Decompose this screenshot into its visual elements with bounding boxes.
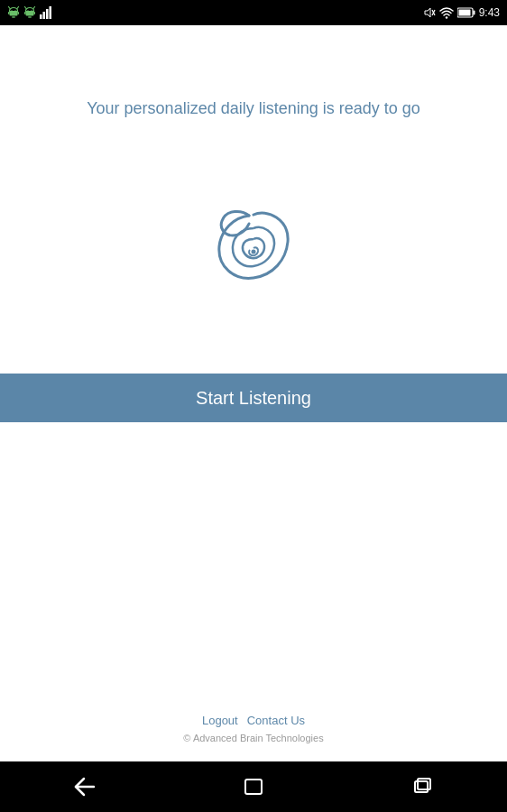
- status-bar: 9:43: [0, 0, 507, 25]
- svg-rect-18: [29, 16, 30, 18]
- svg-line-12: [33, 7, 35, 9]
- svg-line-1: [9, 7, 11, 9]
- svg-rect-20: [40, 14, 42, 19]
- battery-icon: [457, 7, 475, 18]
- svg-rect-9: [14, 16, 14, 18]
- main-content: Your personalized daily listening is rea…: [0, 25, 507, 346]
- android-icon-1: [7, 6, 20, 19]
- footer-links: Logout Contact Us: [202, 714, 305, 727]
- wifi-icon: [439, 6, 454, 19]
- svg-point-31: [252, 250, 256, 254]
- svg-rect-5: [10, 11, 18, 16]
- android-icon-2: [23, 6, 36, 19]
- start-listening-button[interactable]: Start Listening: [0, 374, 507, 422]
- svg-line-11: [25, 7, 27, 9]
- shell-icon: [208, 201, 299, 291]
- tagline-text: Your personalized daily listening is rea…: [51, 97, 456, 120]
- svg-rect-22: [46, 9, 49, 19]
- status-icons: [7, 6, 52, 19]
- svg-point-27: [445, 16, 447, 18]
- svg-rect-16: [24, 12, 26, 14]
- back-icon: [73, 777, 97, 797]
- svg-rect-30: [458, 10, 470, 16]
- logout-link[interactable]: Logout: [202, 714, 238, 727]
- svg-marker-24: [425, 8, 430, 17]
- time-display: 9:43: [479, 6, 500, 19]
- svg-rect-15: [26, 11, 34, 16]
- mute-icon: [423, 6, 436, 19]
- copyright-text: © Advanced Brain Technologies: [183, 733, 323, 743]
- home-button[interactable]: [226, 769, 281, 805]
- svg-rect-8: [13, 16, 14, 18]
- svg-line-2: [17, 7, 19, 9]
- footer-area: Logout Contact Us © Advanced Brain Techn…: [0, 422, 507, 761]
- svg-rect-29: [473, 11, 475, 15]
- status-right: 9:43: [423, 6, 500, 19]
- nav-bar: [0, 761, 507, 812]
- svg-rect-19: [30, 16, 31, 18]
- app-logo: [208, 201, 299, 291]
- back-button[interactable]: [58, 769, 112, 805]
- svg-rect-6: [8, 12, 10, 14]
- recents-icon: [411, 777, 433, 797]
- svg-rect-33: [245, 780, 262, 794]
- svg-rect-7: [18, 12, 20, 14]
- home-icon: [243, 777, 264, 797]
- svg-rect-21: [43, 12, 46, 19]
- signal-bars-icon: [40, 6, 52, 19]
- recents-button[interactable]: [395, 769, 449, 805]
- svg-rect-23: [50, 6, 52, 19]
- contact-us-link[interactable]: Contact Us: [247, 714, 305, 727]
- svg-rect-17: [34, 12, 36, 14]
